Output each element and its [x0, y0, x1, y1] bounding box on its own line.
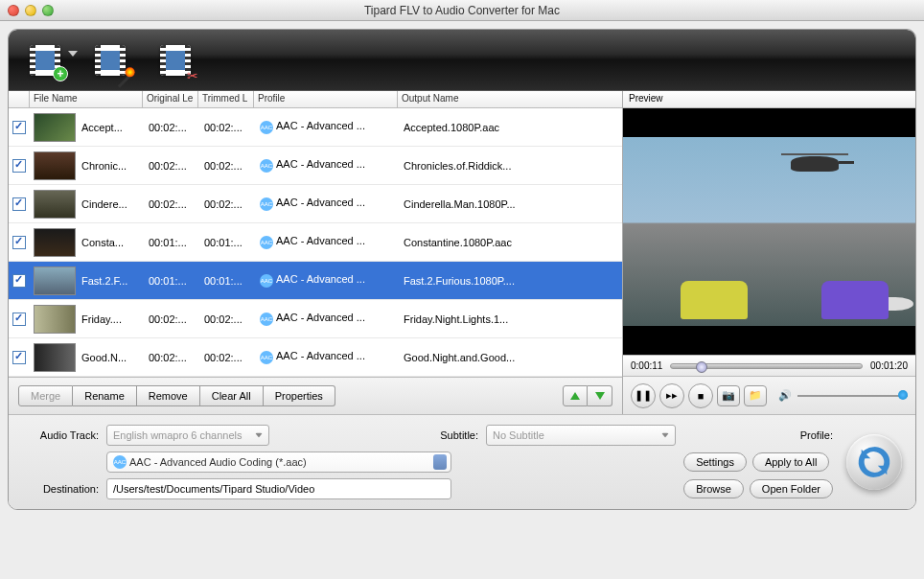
- cell-output-name: Good.Night.and.Good...: [400, 352, 622, 363]
- current-time: 0:00:11: [631, 360, 662, 371]
- cell-trimmed-length: 00:02:...: [200, 198, 256, 210]
- cell-filename: Cindere...: [78, 198, 145, 210]
- table-row[interactable]: Accept...00:02:...00:02:...AACAAC - Adva…: [9, 108, 622, 147]
- refresh-icon: [856, 444, 892, 480]
- seek-slider[interactable]: [670, 363, 863, 369]
- cell-profile: AACAAC - Advanced ...: [256, 312, 400, 325]
- video-thumbnail: [34, 266, 76, 295]
- cell-trimmed-length: 00:02:...: [200, 160, 256, 172]
- properties-button[interactable]: Properties: [264, 385, 335, 406]
- aac-icon: AAC: [113, 455, 127, 469]
- aac-icon: AAC: [260, 159, 273, 173]
- rename-button[interactable]: Rename: [73, 385, 137, 406]
- aac-icon: AAC: [260, 236, 273, 249]
- row-checkbox[interactable]: [12, 197, 26, 211]
- stop-button[interactable]: ■: [688, 383, 713, 408]
- total-time: 00:01:20: [870, 360, 908, 371]
- cell-output-name: Cinderella.Man.1080P...: [400, 198, 622, 210]
- add-file-button[interactable]: +: [28, 41, 66, 80]
- col-profile[interactable]: Profile: [254, 91, 398, 107]
- cell-profile: AACAAC - Advanced ...: [256, 120, 400, 133]
- preview-video: [623, 108, 915, 355]
- step-forward-button[interactable]: ▸▸: [659, 383, 684, 408]
- table-row[interactable]: Fast.2.F...00:01:...00:01:...AACAAC - Ad…: [9, 262, 622, 300]
- subtitle-select[interactable]: No Subtitle: [486, 425, 676, 446]
- clear-all-button[interactable]: Clear All: [200, 385, 264, 406]
- arrow-up-icon: [570, 392, 580, 400]
- table-header: File Name Original Le Trimmed L Profile …: [9, 91, 622, 108]
- row-checkbox[interactable]: [12, 313, 26, 326]
- destination-label: Destination:: [22, 483, 99, 495]
- table-row[interactable]: Chronic...00:02:...00:02:...AACAAC - Adv…: [9, 147, 622, 185]
- cell-filename: Friday....: [78, 313, 145, 325]
- cell-original-length: 00:02:...: [145, 198, 200, 210]
- apply-to-all-button[interactable]: Apply to All: [752, 452, 829, 472]
- cell-filename: Accept...: [78, 122, 145, 133]
- row-checkbox[interactable]: [12, 121, 26, 134]
- folder-icon: 📁: [749, 389, 762, 402]
- subtitle-label: Subtitle:: [411, 429, 478, 441]
- cell-profile: AACAAC - Advanced ...: [256, 197, 400, 210]
- snapshot-button[interactable]: 📷: [717, 385, 740, 406]
- row-checkbox[interactable]: [12, 351, 26, 364]
- aac-icon: AAC: [260, 197, 273, 211]
- settings-button[interactable]: Settings: [683, 452, 747, 472]
- row-checkbox[interactable]: [12, 274, 26, 288]
- chevron-down-icon[interactable]: [68, 51, 78, 57]
- effect-button[interactable]: [93, 41, 131, 80]
- video-thumbnail: [34, 113, 76, 142]
- browse-button[interactable]: Browse: [683, 479, 744, 498]
- car-graphic: [821, 281, 889, 319]
- pause-button[interactable]: ❚❚: [631, 383, 656, 408]
- volume-slider[interactable]: [797, 395, 908, 397]
- table-row[interactable]: Good.N...00:02:...00:02:...AACAAC - Adva…: [9, 338, 622, 377]
- destination-input[interactable]: /Users/test/Documents/Tipard Studio/Vide…: [106, 478, 451, 499]
- cell-filename: Chronic...: [78, 160, 145, 172]
- aac-icon: AAC: [260, 351, 273, 364]
- cell-original-length: 00:01:...: [145, 275, 200, 287]
- file-list: Accept...00:02:...00:02:...AACAAC - Adva…: [9, 108, 622, 377]
- cell-trimmed-length: 00:01:...: [200, 275, 256, 287]
- table-row[interactable]: Consta...00:01:...00:01:...AACAAC - Adva…: [9, 223, 622, 262]
- table-row[interactable]: Friday....00:02:...00:02:...AACAAC - Adv…: [9, 300, 622, 338]
- helicopter-graphic: [791, 156, 839, 172]
- col-filename[interactable]: File Name: [30, 91, 143, 107]
- col-original-length[interactable]: Original Le: [143, 91, 198, 107]
- open-snapshot-folder-button[interactable]: 📁: [744, 385, 767, 406]
- cell-output-name: Fast.2.Furious.1080P....: [400, 275, 622, 287]
- audio-track-select[interactable]: English wmapro 6 channels: [106, 425, 269, 446]
- aac-icon: AAC: [260, 121, 273, 134]
- cell-original-length: 00:02:...: [145, 313, 200, 325]
- aac-icon: AAC: [260, 313, 273, 326]
- cell-original-length: 00:02:...: [145, 352, 200, 363]
- col-output-name[interactable]: Output Name: [398, 91, 622, 107]
- profile-select[interactable]: AAC AAC - Advanced Audio Coding (*.aac): [106, 452, 451, 473]
- volume-icon: 🔊: [778, 389, 792, 402]
- video-thumbnail: [34, 305, 76, 334]
- cell-output-name: Constantine.1080P.aac: [400, 237, 622, 248]
- car-graphic: [681, 281, 748, 319]
- video-thumbnail: [34, 190, 76, 219]
- video-thumbnail: [34, 343, 76, 372]
- cell-profile: AACAAC - Advanced ...: [256, 158, 400, 172]
- merge-button[interactable]: Merge: [18, 385, 73, 406]
- titlebar: Tipard FLV to Audio Converter for Mac: [0, 0, 924, 21]
- arrow-down-icon: [595, 392, 605, 400]
- move-up-button[interactable]: [563, 385, 588, 406]
- cell-profile: AACAAC - Advanced ...: [256, 235, 400, 248]
- cell-trimmed-length: 00:02:...: [200, 313, 256, 325]
- cell-profile: AACAAC - Advanced ...: [256, 273, 400, 287]
- trim-button[interactable]: ✂: [158, 41, 196, 80]
- cell-trimmed-length: 00:01:...: [200, 237, 256, 248]
- row-checkbox[interactable]: [12, 159, 26, 173]
- remove-button[interactable]: Remove: [137, 385, 200, 406]
- col-trimmed-length[interactable]: Trimmed L: [198, 91, 254, 107]
- cell-filename: Consta...: [78, 237, 145, 248]
- window-title: Tipard FLV to Audio Converter for Mac: [0, 4, 924, 17]
- table-row[interactable]: Cindere...00:02:...00:02:...AACAAC - Adv…: [9, 185, 622, 223]
- move-down-button[interactable]: [588, 385, 612, 406]
- row-checkbox[interactable]: [12, 236, 26, 249]
- convert-button[interactable]: [846, 434, 902, 490]
- open-folder-button[interactable]: Open Folder: [750, 479, 833, 498]
- video-thumbnail: [34, 228, 76, 257]
